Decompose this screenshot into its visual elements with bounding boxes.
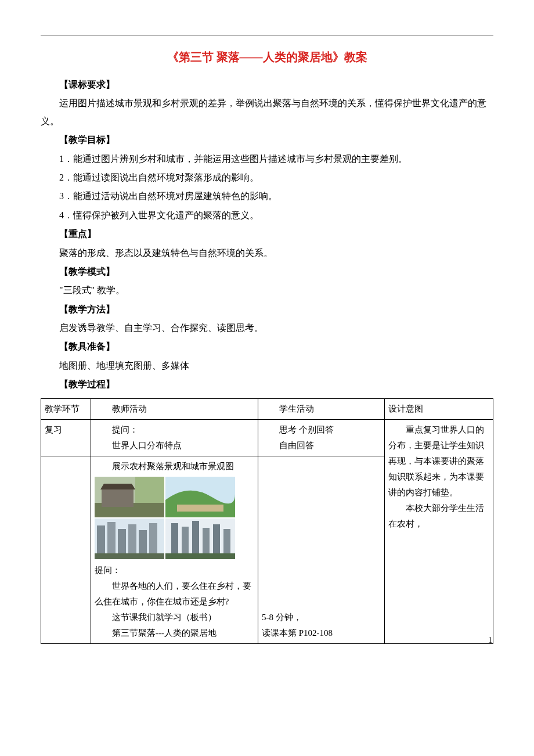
svg-rect-12 <box>139 530 147 553</box>
para-jxmb-3: 3．能通过活动说出自然环境对房屋建筑特色的影响。 <box>41 188 493 205</box>
svg-rect-18 <box>192 521 199 553</box>
heading-jxmb: 【教学目标】 <box>41 131 493 149</box>
city-photo-icon <box>165 519 235 559</box>
cell-teacher: 展示农村聚落景观和城市景观图 提问： 世界各地的人们，要么住在乡村，要么住在城市… <box>91 456 258 643</box>
cell-segment <box>41 456 91 643</box>
svg-rect-20 <box>213 524 220 553</box>
svg-rect-10 <box>118 529 126 553</box>
para-jxmb-1: 1．能通过图片辨别乡村和城市，并能运用这些图片描述城市与乡村景观的主要差别。 <box>41 150 493 168</box>
svg-rect-11 <box>128 524 136 553</box>
svg-rect-8 <box>97 525 105 553</box>
heading-jjzb: 【教具准备】 <box>41 338 493 355</box>
city-photo-icon <box>95 519 164 559</box>
svg-rect-9 <box>107 522 116 553</box>
para-jxff: 启发诱导教学、自主学习、合作探究、读图思考。 <box>41 319 493 337</box>
svg-rect-22 <box>165 553 235 559</box>
svg-rect-16 <box>171 523 178 553</box>
para-jjzb: 地图册、地理填充图册、多媒体 <box>41 357 493 375</box>
heading-jxms: 【教学模式】 <box>41 263 493 280</box>
rural-photo-icon <box>165 477 235 517</box>
cell-student: 5-8 分钟， 读课本第 P102-108 <box>258 456 384 643</box>
svg-rect-4 <box>135 477 164 503</box>
th-segment: 教学环节 <box>41 398 91 419</box>
para-jxmb-4: 4．懂得保护被列入世界文化遗产的聚落的意义。 <box>41 207 493 224</box>
th-intent: 设计意图 <box>385 398 493 419</box>
cell-intent: 重点复习世界人口的分布，主要是让学生知识再现，与本课要讲的聚落知识联系起来，为本… <box>385 419 493 643</box>
heading-jxff: 【教学方法】 <box>41 301 493 318</box>
image-grid <box>95 477 254 559</box>
svg-rect-13 <box>149 523 157 553</box>
para-zd: 聚落的形成、形态以及建筑特色与自然环境的关系。 <box>41 244 493 262</box>
svg-rect-2 <box>102 489 134 507</box>
top-rule <box>41 35 493 35</box>
th-teacher: 教师活动 <box>91 398 258 419</box>
cell-segment: 复习 <box>41 419 91 456</box>
th-student: 学生活动 <box>258 398 384 419</box>
svg-rect-21 <box>223 529 230 553</box>
page-title: 《第三节 聚落——人类的聚居地》教案 <box>41 46 493 68</box>
svg-rect-6 <box>177 505 223 512</box>
para-jxmb-2: 2．能通过读图说出自然环境对聚落形成的影响。 <box>41 169 493 186</box>
table-row: 复习 提问： 世界人口分布特点 思考 个别回答 自由回答 重点复习世界人口的分布… <box>41 419 493 456</box>
heading-kbyq: 【课标要求】 <box>41 76 493 93</box>
page-number: 1 <box>488 633 492 649</box>
svg-rect-14 <box>95 553 164 559</box>
svg-marker-3 <box>100 484 135 489</box>
heading-zd: 【重点】 <box>41 225 493 243</box>
cell-teacher: 提问： 世界人口分布特点 <box>91 419 258 456</box>
cell-student: 思考 个别回答 自由回答 <box>258 419 384 456</box>
svg-rect-17 <box>182 527 189 553</box>
svg-rect-19 <box>203 528 210 553</box>
table-row: 教学环节 教师活动 学生活动 设计意图 <box>41 398 493 419</box>
para-jxms: "三段式" 教学。 <box>41 282 493 299</box>
lesson-plan-table: 教学环节 教师活动 学生活动 设计意图 复习 提问： 世界人口分布特点 思考 个… <box>41 398 493 644</box>
heading-jxgc: 【教学过程】 <box>41 376 493 393</box>
rural-photo-icon <box>95 477 164 517</box>
para-kbyq: 运用图片描述城市景观和乡村景观的差异，举例说出聚落与自然环境的关系，懂得保护世界… <box>41 95 493 130</box>
